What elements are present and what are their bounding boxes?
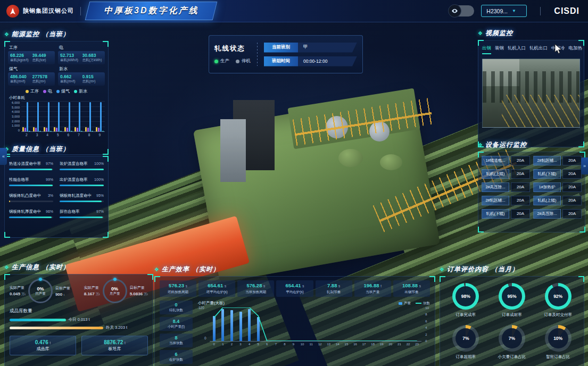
- camera-tab-轧机出口[interactable]: 轧机出口: [529, 45, 548, 54]
- order-donut-value: 98%: [456, 286, 476, 306]
- bar: [39, 131, 41, 131]
- panel-title-suffix: （当月）: [491, 265, 519, 274]
- panel-title: 生产信息: [12, 263, 39, 272]
- quality-metric: 钢板终轧温度命中95%: [60, 193, 104, 202]
- actual-output-unit: 万t: [96, 293, 100, 296]
- visibility-toggle[interactable]: [449, 5, 474, 16]
- camera-tab-装钢[interactable]: 装钢: [495, 45, 504, 54]
- bar: [29, 131, 30, 131]
- quality-metric-header: 探伤合格率97%: [60, 209, 104, 214]
- green-status-dot: [214, 60, 218, 63]
- target-output-column: 目标产量900 t: [55, 286, 70, 297]
- order-gauge: 10%暂留订单占比: [536, 325, 579, 360]
- actual-output-label: 实际产量: [10, 285, 26, 290]
- device-current-value: 20A: [511, 156, 530, 165]
- quality-metric-value: 96%: [44, 210, 53, 213]
- bar: [24, 128, 26, 131]
- side-stat-label: 待轧块数: [161, 308, 192, 313]
- efficiency-stat-unit: s: [338, 284, 340, 288]
- efficiency-side-stat: 0待轧块数: [160, 301, 193, 314]
- device-label: 2#高压除...: [482, 182, 509, 192]
- energy-card-metric: 39.449总耗(tce): [32, 53, 53, 63]
- legend-dot: [26, 90, 29, 93]
- efficiency-stat-label: 平均在炉(s): [277, 290, 312, 295]
- x-tick-label: 23: [412, 343, 421, 346]
- inventory-bar-label: 昨天 3.203 t: [106, 325, 127, 330]
- device-row: 轧机(下辊)20A: [533, 169, 582, 179]
- panel-title-suffix: （当班）: [42, 30, 70, 39]
- x-tick-label: 5: [57, 133, 59, 137]
- x-tick-label: 13: [325, 343, 334, 346]
- x-tick-label: 1: [219, 343, 228, 346]
- x-tick-label: 18: [368, 343, 377, 346]
- bar: [46, 128, 47, 131]
- energy-value: 39.449: [32, 53, 53, 58]
- legend-line: 块数: [416, 301, 430, 306]
- efficiency-stat-card: 576.28 s当班加热周期: [237, 280, 274, 297]
- right-tick-label: 8: [425, 313, 429, 316]
- x-tick-label: 12: [316, 343, 325, 346]
- ring-label: 日产量: [35, 292, 46, 296]
- quality-progress-track: [60, 201, 104, 202]
- camera-feed[interactable]: [482, 59, 580, 128]
- bar-group: [74, 101, 82, 131]
- efficiency-stat-label: 坯平均在炉(s): [200, 290, 234, 295]
- device-label: 轧机(上辊): [482, 169, 509, 179]
- bar: [33, 127, 35, 131]
- right-panel-collapse-button[interactable]: »: [581, 157, 588, 174]
- y-axis-min: 0: [204, 336, 206, 340]
- order-evaluation-panel: ❖ 订单评价内容 （当月） 98%订单完成率95%订单成材率92%订单及时交付率…: [440, 265, 584, 366]
- device-current-value: 20A: [511, 169, 530, 179]
- shift-selector-value: H2309...: [486, 8, 508, 14]
- y-tick-label: 0: [8, 129, 20, 132]
- energy-monitor-panel: ❖ 能源监控 （当班） 工序68.226单耗(kgce/t)39.449总耗(t…: [4, 30, 109, 155]
- energy-value: 68.226: [10, 53, 31, 58]
- energy-card-metric: 277578总耗(m³): [32, 74, 53, 84]
- bar-group: [85, 101, 93, 131]
- company-name: 陕钢集团汉钢公司: [23, 7, 74, 15]
- energy-value: 277578: [32, 74, 53, 79]
- bar: [50, 131, 52, 131]
- efficiency-stat-value: 7.88 s: [317, 282, 351, 288]
- efficiency-stat-value: 108.88 s: [394, 282, 429, 288]
- energy-chart-plot: [21, 101, 105, 132]
- order-donut: 7%: [499, 325, 525, 352]
- device-current-value: 20A: [511, 196, 530, 205]
- right-tick-label: 0: [425, 339, 429, 343]
- energy-unit: 总耗(tce): [32, 58, 53, 63]
- efficiency-side-stats: 0待轧块数8.4小时产量(t)8当班块数6在炉块数: [160, 301, 193, 364]
- legend-dot: [56, 90, 60, 93]
- efficiency-stat-card: 108.88 s出钢节奏: [393, 280, 430, 297]
- shift-selector-dropdown[interactable]: H2309... ▼: [481, 5, 527, 17]
- left-panel-collapse-button[interactable]: «: [0, 148, 7, 165]
- device-label: 2#轧区辅...: [482, 196, 509, 205]
- device-label: 2#轧区辅...: [533, 156, 561, 165]
- x-tick-label: 7: [271, 343, 280, 346]
- target-output-column: 目标产量5.0836 万t: [130, 285, 148, 297]
- legend-bar-swatch: [399, 302, 402, 305]
- diamond-icon: ❖: [154, 267, 159, 272]
- camera-tab-轧机入口[interactable]: 轧机入口: [508, 45, 526, 54]
- chart-line: [210, 307, 421, 341]
- camera-tab-电加热[interactable]: 电加热: [569, 45, 583, 54]
- energy-unit: 单耗(kWh/t): [60, 58, 81, 63]
- target-output-value: 900 t: [55, 292, 70, 297]
- camera-tab-出钢[interactable]: 出钢: [482, 45, 491, 54]
- device-label: 1#加热炉: [533, 182, 561, 192]
- bar: [85, 127, 87, 131]
- quality-metric-header: 出炉温度合格率100%: [60, 177, 104, 182]
- right-tick-label: 4: [425, 326, 429, 329]
- diamond-icon: ❖: [440, 267, 444, 272]
- inventory-title: 成品库数量: [10, 308, 148, 314]
- order-donut: 92%: [545, 283, 572, 310]
- gray-status-dot: [236, 60, 239, 63]
- quality-metric-header: 钢板终轧凸度命中3%: [9, 193, 53, 198]
- diamond-icon: ❖: [4, 31, 9, 37]
- energy-card-name: 电: [59, 45, 105, 51]
- order-gauge-label: 订单成材率: [502, 312, 522, 318]
- device-row: 2#轧区辅...20A: [533, 156, 582, 165]
- x-tick-label: 6: [262, 343, 271, 346]
- production-info-panel: ❖ 生产信息 （实时） 实际产量0.045 万t0%日产量目标产量900 t实际…: [4, 263, 153, 366]
- progress-ring: 0%日产量: [28, 279, 53, 303]
- inventory-box-label: 成品库: [37, 346, 49, 352]
